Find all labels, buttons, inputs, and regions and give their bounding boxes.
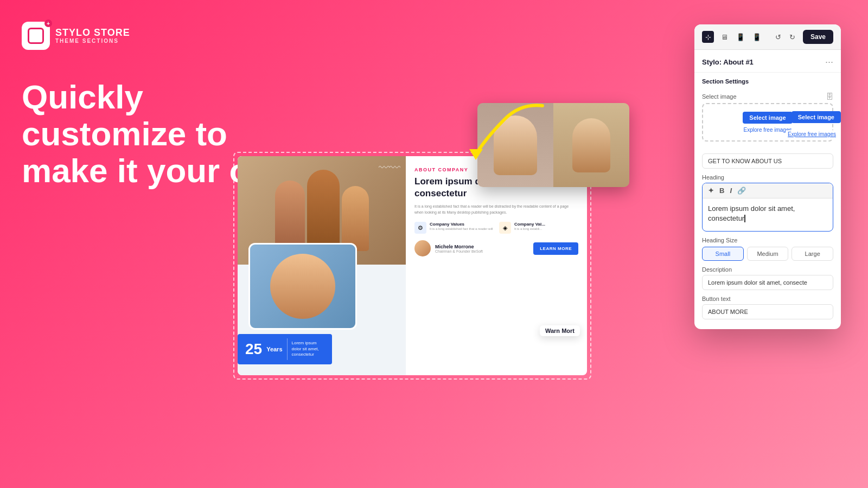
person-avatar (414, 240, 431, 256)
select-image-popup-button[interactable]: Select image (792, 111, 841, 123)
photo-overlay (477, 103, 629, 187)
explore-free-images-link[interactable]: Explore free images (786, 130, 838, 138)
feature1-title: Company Values (430, 222, 493, 227)
heading-size-buttons: Small Medium Large (702, 247, 833, 261)
feature-icon-1: ⚙ (414, 222, 426, 234)
badge-divider (287, 338, 288, 360)
size-small-button[interactable]: Small (702, 247, 744, 261)
badge-number: 25 (245, 342, 262, 357)
rich-toolbar: ✦ B I 🔗 (703, 183, 833, 198)
desktop-icon[interactable]: 🖥 (718, 31, 730, 43)
settings-panel: ⊹ 🖥 📱 📱 ↺ ↻ Save Stylo: About #1 ··· Sec… (694, 24, 841, 329)
brand-icon: + (22, 22, 50, 50)
years-badge: 25 Years Lorem ipsum dolor sit amet, con… (238, 334, 332, 364)
badge-unit: Years (266, 346, 282, 352)
photo-person-1 (494, 115, 537, 175)
bold-icon[interactable]: B (719, 187, 724, 195)
size-large-button[interactable]: Large (792, 247, 833, 261)
photo-left (477, 103, 553, 187)
brand-logo: + STYLO STORE THEME SECTIONS (22, 22, 130, 50)
feature-row: ⚙ Company Values It is a long establishe… (414, 222, 578, 234)
link-icon[interactable]: 🔗 (737, 187, 746, 195)
feature2-title: Company Val... (514, 222, 545, 227)
database-icon: 🗄 (826, 92, 833, 101)
panel-header: Stylo: About #1 ··· (694, 50, 841, 73)
preview-right-panel: ABOUT COMPANY Lorem ipsum dolor sit amet… (406, 156, 587, 375)
image-select-row: Select image 🗄 (702, 92, 833, 101)
image-select-label: Select image (702, 93, 737, 100)
person-role: Chairman & Founder BeSoft (435, 249, 483, 253)
size-medium-button[interactable]: Medium (747, 247, 789, 261)
person-row: Michele Morrone Chairman & Founder BeSof… (414, 240, 578, 256)
panel-toolbar: ⊹ 🖥 📱 📱 ↺ ↻ Save (694, 24, 841, 50)
panel-title: Stylo: About #1 (702, 58, 754, 66)
select-tool-icon[interactable]: ⊹ (702, 31, 714, 43)
section-settings-label: Section Settings (694, 73, 841, 88)
button-text-input[interactable] (702, 304, 833, 319)
learn-more-button[interactable]: LEARN MORE (533, 242, 578, 255)
brand-subtitle: THEME SECTIONS (55, 38, 130, 44)
select-image-button[interactable]: Select image (743, 112, 792, 124)
badge-text: Lorem ipsum dolor sit amet, consectetur (292, 341, 324, 357)
warn-mort-label: Warn Mort (540, 325, 580, 336)
person-name: Michele Morrone (435, 244, 483, 249)
brand-text: STYLO STORE THEME SECTIONS (55, 28, 130, 44)
rich-text-editor[interactable]: ✦ B I 🔗 Lorem ipsum dolor sit amet, cons… (702, 183, 833, 232)
rich-text-value: Lorem ipsum dolor sit amet, consectetur (708, 204, 795, 222)
feature-item-1: ⚙ Company Values It is a long establishe… (414, 222, 494, 234)
photo-right (553, 103, 629, 187)
feature-icon-2: ◈ (499, 222, 511, 234)
explore-images-link[interactable]: Explore free images (744, 127, 792, 133)
person-figure-2 (307, 170, 340, 251)
sparkle-icon[interactable]: ✦ (708, 187, 714, 195)
feature2-desc: It is a long establi... (514, 227, 545, 231)
undo-icon[interactable]: ↺ (773, 31, 784, 43)
photo-person-2 (572, 118, 610, 172)
brand-name: STYLO STORE (55, 28, 130, 38)
person-figure-3 (342, 186, 369, 251)
rich-heading-label: Heading (702, 174, 833, 181)
description-label: Description (702, 266, 833, 273)
smiling-person-figure (270, 254, 335, 319)
wavy-decor-icon: 〰〰 (379, 162, 400, 174)
heading-section: Heading ✦ B I 🔗 Lorem ipsum dolor sit am… (694, 153, 841, 329)
preview-bottom-image (248, 243, 357, 330)
rich-text-content[interactable]: Lorem ipsum dolor sit amet, consectetur (703, 198, 833, 231)
preview-description: It is a long established fact that a rea… (414, 204, 578, 215)
save-button[interactable]: Save (803, 30, 833, 44)
brand-plus-icon: + (44, 20, 52, 27)
more-options-icon[interactable]: ··· (825, 56, 833, 68)
tablet-icon[interactable]: 📱 (735, 31, 746, 43)
preview-left-panel: 〰〰 25 Years Lorem ipsum dolor sit amet, … (238, 156, 406, 375)
button-text-label: Button text (702, 296, 833, 302)
heading-input[interactable] (702, 153, 833, 169)
text-cursor (744, 215, 745, 222)
feature-item-2: ◈ Company Val... It is a long establi... (499, 222, 578, 234)
preview-card: 〰〰 25 Years Lorem ipsum dolor sit amet, … (238, 156, 587, 375)
mobile-icon[interactable]: 📱 (751, 31, 763, 43)
italic-icon[interactable]: I (730, 187, 732, 195)
feature1-desc: It is a long established fact that a rea… (430, 227, 493, 231)
person-figure-1 (275, 181, 305, 251)
redo-icon[interactable]: ↻ (787, 31, 799, 43)
heading-size-label: Heading Size (702, 237, 833, 243)
description-input[interactable] (702, 275, 833, 290)
